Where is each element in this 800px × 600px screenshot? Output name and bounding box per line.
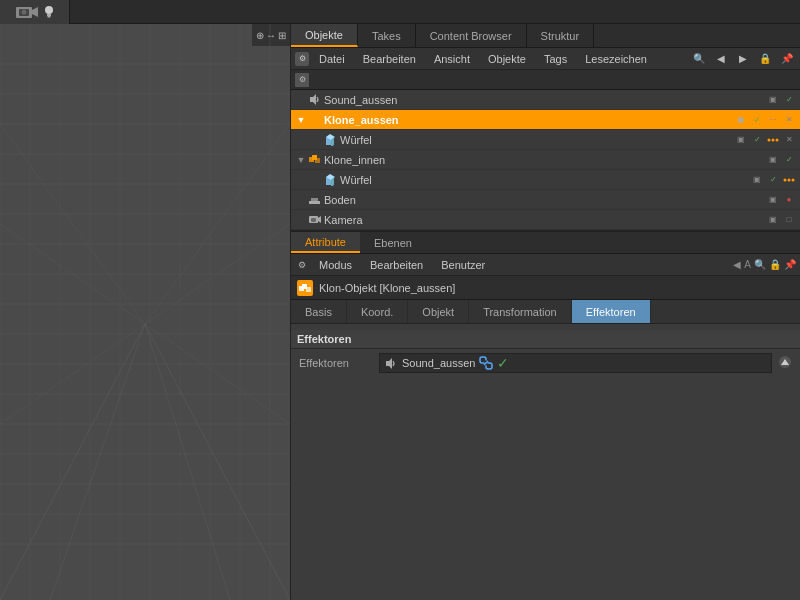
svg-line-43 — [145, 224, 290, 324]
menu-right-icons: 🔍 ◀ ▶ 🔒 📌 — [690, 50, 796, 68]
svg-point-60 — [784, 178, 787, 181]
menu-lesezeichen[interactable]: Lesezeichen — [577, 51, 655, 67]
tab-struktur[interactable]: Struktur — [527, 24, 595, 47]
svg-point-51 — [768, 138, 771, 141]
object-header: Klon-Objekt [Klone_aussen] — [291, 276, 800, 300]
attr-search-icon[interactable]: 🔍 — [754, 259, 766, 270]
menu-icon-left: ⚙ — [295, 52, 309, 66]
effekt-row: Effektoren Sound_aussen — [291, 349, 800, 377]
inner-tab-effektoren[interactable]: Effektoren — [572, 300, 651, 323]
effekt-section-title: Effektoren — [291, 330, 800, 349]
tag-check-sound: ✓ — [782, 93, 796, 107]
inner-tab-basis[interactable]: Basis — [291, 300, 347, 323]
menu-tags[interactable]: Tags — [536, 51, 575, 67]
camera-icon — [14, 4, 38, 20]
tab-takes[interactable]: Takes — [358, 24, 416, 47]
tree-tags-kamera: ▣ □ — [766, 213, 796, 227]
attr-tab-bar: Attribute Ebenen — [291, 232, 800, 254]
tab-attribute[interactable]: Attribute — [291, 232, 360, 253]
svg-line-36 — [0, 124, 145, 324]
effektoren-label: Effektoren — [299, 357, 379, 369]
top-toolbar — [0, 0, 800, 24]
tree-row-klone-aussen[interactable]: ▼ Klone_aussen ▣ ✓ ⋯ ✕ — [291, 110, 800, 130]
tree-arrow-sound — [295, 94, 307, 106]
svg-rect-47 — [315, 118, 320, 123]
tree-arrow-klone-aussen: ▼ — [295, 114, 307, 126]
viewport[interactable]: ⊕ ↔ ⊞ — [0, 24, 290, 600]
svg-rect-6 — [47, 16, 50, 18]
floor-icon — [307, 193, 321, 207]
tag-checkbox-w1: ▣ — [734, 133, 748, 147]
tree-row-boden[interactable]: Boden ▣ ● — [291, 190, 800, 210]
attr-menu-bar: ⚙ Modus Bearbeiten Benutzer ◀ A 🔍 🔒 📌 — [291, 254, 800, 276]
svg-point-4 — [45, 6, 53, 14]
tree-arrow-klone-innen: ▼ — [295, 154, 307, 166]
tag-checkbox-sound: ▣ — [766, 93, 780, 107]
viewport-grid — [0, 24, 290, 600]
tree-label-klone-innen: Klone_innen — [324, 154, 766, 166]
effektoren-section: Effektoren Effektoren Sound_aussen — [291, 324, 800, 383]
tree-tags-klone-innen: ▣ ✓ — [766, 153, 796, 167]
tree-row-sound-aussen[interactable]: Sound_aussen ▣ ✓ — [291, 90, 800, 110]
obj-header-title: Klon-Objekt [Klone_aussen] — [319, 282, 455, 294]
effekt-scroll-btn[interactable] — [778, 355, 792, 372]
effekt-check-icon: ✓ — [497, 355, 509, 371]
tag-check-ki: ✓ — [782, 153, 796, 167]
tree-row-kamera[interactable]: Kamera ▣ □ — [291, 210, 800, 230]
effektoren-value-area[interactable]: Sound_aussen ✓ — [379, 353, 772, 373]
svg-line-42 — [0, 224, 145, 324]
tag-checkbox-klone: ▣ — [734, 113, 748, 127]
tab-ebenen[interactable]: Ebenen — [360, 232, 426, 253]
tree-row-klone-innen[interactable]: ▼ Klone_innen ▣ ✓ — [291, 150, 800, 170]
menu-objekte[interactable]: Objekte — [480, 51, 534, 67]
sound-icon — [307, 93, 321, 107]
menu-bearbeiten[interactable]: Bearbeiten — [355, 51, 424, 67]
search-icon[interactable]: 🔍 — [690, 50, 708, 68]
inner-tab-objekt[interactable]: Objekt — [408, 300, 469, 323]
svg-line-40 — [0, 324, 145, 424]
attr-menu-modus[interactable]: Modus — [311, 257, 360, 273]
tag-check-klone: ✓ — [750, 113, 764, 127]
tree-tags-wuerfel1: ▣ ✓ ✕ — [734, 133, 796, 147]
pin-icon[interactable]: 📌 — [778, 50, 796, 68]
tree-tags-sound: ▣ ✓ — [766, 93, 796, 107]
svg-line-39 — [145, 324, 230, 600]
menu-datei[interactable]: Datei — [311, 51, 353, 67]
svg-point-3 — [21, 9, 26, 14]
attr-arrow-left-icon[interactable]: ◀ — [733, 259, 741, 270]
svg-rect-56 — [315, 158, 320, 163]
arrow-right-icon[interactable]: ▶ — [734, 50, 752, 68]
inner-tab-transformation[interactable]: Transformation — [469, 300, 572, 323]
obj-header-cloner-icon — [297, 280, 313, 296]
attr-cursor-icon[interactable]: A — [744, 259, 751, 270]
viewport-toolbar: ⊕ ↔ ⊞ — [252, 24, 290, 46]
attr-menu-bearbeiten[interactable]: Bearbeiten — [362, 257, 431, 273]
tree-row-wuerfel1[interactable]: Würfel ▣ ✓ ✕ — [291, 130, 800, 150]
tab-objekte[interactable]: Objekte — [291, 24, 358, 47]
svg-rect-70 — [306, 287, 311, 292]
tag-checkbox-w2: ▣ — [750, 173, 764, 187]
svg-rect-63 — [309, 201, 320, 204]
menu-ansicht[interactable]: Ansicht — [426, 51, 478, 67]
tree-tags-boden: ▣ ● — [766, 193, 796, 207]
arrow-left-icon[interactable]: ◀ — [712, 50, 730, 68]
tag-checkbox-boden: ▣ — [766, 193, 780, 207]
effektoren-value: Sound_aussen — [402, 357, 475, 369]
attr-menu-benutzer[interactable]: Benutzer — [433, 257, 493, 273]
attr-lock-icon[interactable]: 🔒 — [769, 259, 781, 270]
tree-label-sound-aussen: Sound_aussen — [324, 94, 766, 106]
lock-icon[interactable]: 🔒 — [756, 50, 774, 68]
toolbar-icons — [0, 0, 70, 24]
tree-arrow-boden — [295, 194, 307, 206]
svg-point-53 — [776, 138, 779, 141]
svg-line-41 — [145, 324, 290, 424]
tab-content-browser[interactable]: Content Browser — [416, 24, 527, 47]
cloner-icon-klone-aussen — [307, 113, 321, 127]
attr-pin-icon[interactable]: 📌 — [784, 259, 796, 270]
tree-row-wuerfel2[interactable]: Würfel ▣ ✓ — [291, 170, 800, 190]
svg-rect-66 — [311, 218, 316, 222]
inner-tab-koord[interactable]: Koord. — [347, 300, 408, 323]
tree-label-boden: Boden — [324, 194, 766, 206]
svg-rect-5 — [47, 14, 51, 16]
tag-dots-w1 — [766, 133, 780, 147]
